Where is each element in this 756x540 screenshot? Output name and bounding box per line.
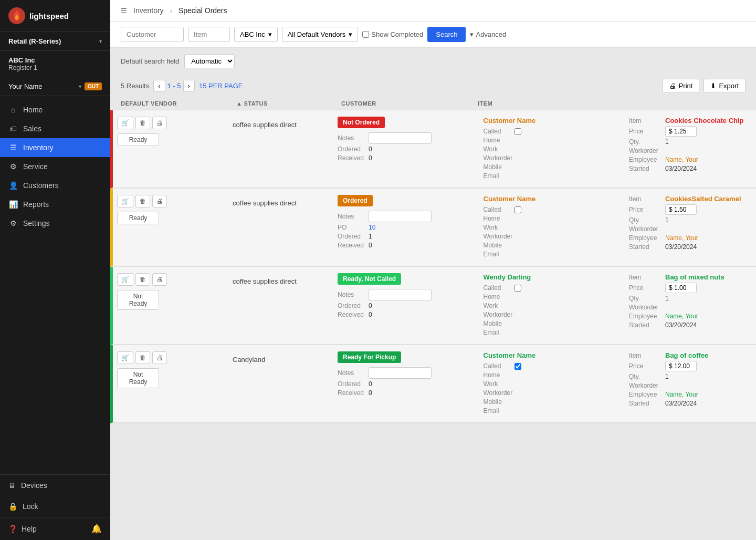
store-name: ABC Inc — [8, 56, 37, 64]
cart-button-3[interactable]: 🛒 — [117, 273, 133, 286]
delete-button-4[interactable]: 🗑 — [135, 351, 150, 364]
item-search-input[interactable] — [188, 27, 230, 42]
order-status-1: Not Ordered Notes Ordered0 Received0 — [333, 110, 479, 188]
called-checkbox-3[interactable] — [514, 285, 521, 292]
customer-name-1: Customer Name — [484, 117, 621, 124]
delete-button-1[interactable]: 🗑 — [135, 117, 150, 129]
received-row-1: Received0 — [338, 154, 475, 162]
ready-button-3[interactable]: Not Ready — [117, 290, 159, 310]
ordered-value-3: 0 — [369, 302, 372, 309]
export-icon: ⬇ — [710, 82, 716, 90]
notes-input-3[interactable] — [369, 289, 432, 300]
called-checkbox-2[interactable] — [514, 206, 521, 213]
sidebar-item-settings[interactable]: ⚙ Settings — [0, 214, 110, 233]
print-label: Print — [679, 82, 693, 90]
show-completed-checkbox[interactable] — [362, 31, 369, 38]
price-box-1: $ 1.25 — [665, 126, 697, 137]
sidebar-item-sales[interactable]: 🏷 Sales — [0, 119, 110, 138]
advanced-button[interactable]: ▾ Advanced — [470, 30, 506, 38]
page-next-button[interactable]: › — [183, 80, 195, 92]
order-item-1: Item Cookies Chocolate Chip Price $ 1.25… — [625, 110, 756, 188]
devices-label: Devices — [21, 481, 47, 490]
col-header-vendor: DEFAULT VENDOR — [121, 100, 236, 107]
home-row-1: Home — [484, 137, 621, 144]
notes-input-1[interactable] — [369, 132, 432, 144]
devices-item[interactable]: 🖥 Devices — [0, 474, 110, 496]
store-selector[interactable]: Retail (R-Series) ▾ — [0, 32, 110, 51]
sidebar-item-reports[interactable]: 📊 Reports — [0, 195, 110, 214]
default-vendor-select[interactable]: All Default Vendors ▾ — [282, 27, 359, 42]
workorder-row-3: Workorder — [484, 311, 621, 318]
sidebar-item-home[interactable]: ⌂ Home — [0, 100, 110, 119]
status-badge-2: Ordered — [338, 195, 373, 206]
qty-row-4: Qty. 1 — [629, 373, 752, 380]
bell-icon[interactable]: 🔔 — [91, 524, 102, 534]
delete-button-3[interactable]: 🗑 — [135, 273, 150, 286]
price-row-2: Price $ 1.50 — [629, 204, 752, 215]
notes-row-3: Notes — [338, 289, 475, 300]
search-button[interactable]: Search — [427, 27, 466, 42]
order-actions-2: 🛒 🗑 🖨 Ready — [113, 189, 228, 266]
delete-button-2[interactable]: 🗑 — [135, 195, 150, 207]
ready-button-4[interactable]: Not Ready — [117, 368, 159, 388]
employee-link-3[interactable]: Name, Your — [665, 313, 698, 320]
order-item-2: Item CookiesSalted Caramel Price $ 1.50 … — [625, 189, 756, 266]
notes-input-2[interactable] — [369, 211, 432, 222]
sidebar-item-label-settings: Settings — [23, 219, 50, 227]
sidebar-item-customers[interactable]: 👤 Customers — [0, 176, 110, 195]
breadcrumb-parent[interactable]: Inventory — [133, 6, 164, 15]
col-header-status[interactable]: ▲ STATUS — [236, 100, 341, 107]
work-row-2: Work — [484, 224, 621, 231]
page-prev-button[interactable]: ‹ — [153, 80, 165, 92]
print-button[interactable]: 🖨 Print — [663, 79, 700, 93]
customer-search-input[interactable] — [121, 27, 184, 42]
export-button[interactable]: ⬇ Export — [704, 79, 746, 93]
employee-link-1[interactable]: Name, Your — [665, 156, 698, 163]
ready-button-1[interactable]: Ready — [117, 133, 159, 146]
work-row-4: Work — [484, 380, 621, 388]
cart-button-2[interactable]: 🛒 — [117, 195, 133, 207]
started-row-3: Started 03/20/2024 — [629, 321, 752, 329]
results-left: 5 Results ‹ 1 - 5 › 15 PER PAGE — [121, 80, 243, 92]
called-checkbox-4[interactable] — [514, 363, 521, 370]
qty-value-2: 1 — [665, 216, 669, 224]
sidebar-item-inventory[interactable]: ☰ Inventory — [0, 138, 110, 157]
email-row-2: Email — [484, 251, 621, 258]
ordered-row-3: Ordered0 — [338, 302, 475, 309]
employee-link-2[interactable]: Name, Your — [665, 234, 698, 242]
employee-link-4[interactable]: Name, Your — [665, 391, 698, 398]
po-link-2[interactable]: 10 — [369, 224, 375, 231]
print-order-button-1[interactable]: 🖨 — [152, 117, 167, 129]
cart-button-4[interactable]: 🛒 — [117, 351, 133, 364]
search-config-select[interactable]: Automatic Name SKU — [184, 54, 235, 68]
print-order-button-2[interactable]: 🖨 — [152, 195, 167, 207]
mobile-row-2: Mobile — [484, 242, 621, 249]
user-row[interactable]: Your Name ▾ OUT — [0, 77, 110, 96]
sidebar-item-service[interactable]: ⚙ Service — [0, 157, 110, 176]
status-badge-3: Ready, Not Called — [338, 273, 401, 285]
workorder-row-2: Workorder — [484, 233, 621, 240]
vendor-chevron-icon: ▾ — [268, 30, 272, 38]
called-checkbox-1[interactable] — [514, 128, 521, 135]
price-box-2: $ 1.50 — [665, 204, 697, 215]
sidebar-item-label-customers: Customers — [23, 181, 59, 190]
vendor-select[interactable]: ABC Inc ▾ — [234, 27, 278, 42]
notes-input-4[interactable] — [369, 367, 432, 379]
order-actions-4: 🛒 🗑 🖨 Not Ready — [113, 345, 228, 422]
action-icons-3: 🛒 🗑 🖨 — [117, 273, 167, 286]
print-order-button-4[interactable]: 🖨 — [152, 351, 167, 364]
customer-name-3: Wendy Darling — [484, 273, 621, 281]
lock-icon: 🔒 — [8, 502, 17, 511]
per-page-button[interactable]: 15 PER PAGE — [199, 82, 243, 90]
email-row-3: Email — [484, 329, 621, 336]
print-order-button-3[interactable]: 🖨 — [152, 273, 167, 286]
home-row-3: Home — [484, 293, 621, 300]
advanced-label: Advanced — [476, 30, 506, 38]
ready-button-2[interactable]: Ready — [117, 212, 159, 224]
cart-button-1[interactable]: 🛒 — [117, 117, 133, 129]
help-link[interactable]: ❓ Help — [8, 525, 37, 533]
default-vendor-value: All Default Vendors — [288, 30, 346, 38]
user-name: Your Name — [8, 82, 43, 90]
qty-value-4: 1 — [665, 373, 669, 380]
lock-button[interactable]: 🔒 Lock — [0, 496, 110, 517]
